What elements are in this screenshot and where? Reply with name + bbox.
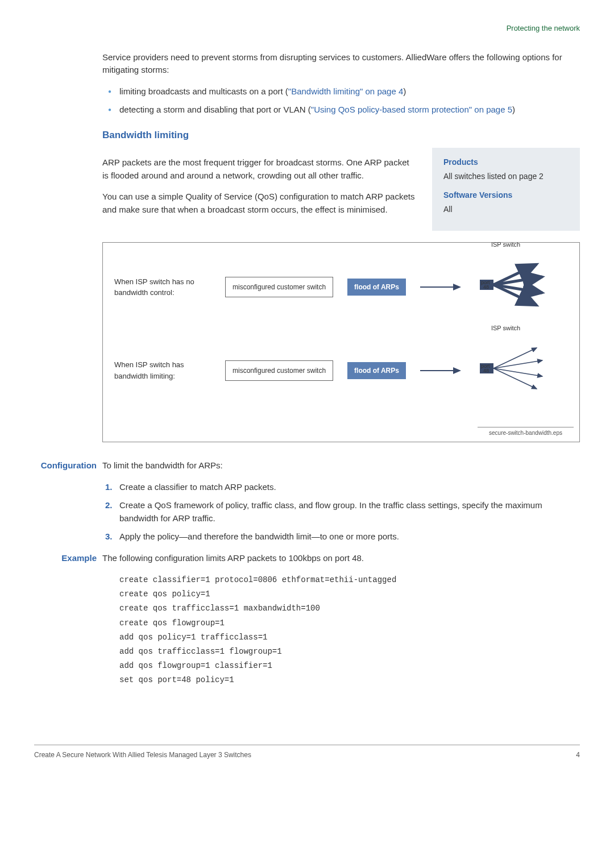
footer-title: Create A Secure Network With Allied Tele…: [34, 750, 251, 760]
config-step: Create a QoS framework of policy, traffi…: [102, 499, 580, 525]
section-para-1: ARP packets are the most frequent trigge…: [102, 156, 415, 182]
customer-switch-box: misconfigured customer switch: [225, 360, 333, 381]
isp-switch-limited-icon: port 48: [480, 343, 548, 394]
qos-storm-protection-link[interactable]: "Using QoS policy-based storm protection…: [311, 105, 512, 114]
arrow-to-isp-icon: [420, 359, 466, 382]
footer-page-number: 4: [576, 750, 580, 760]
config-step: Apply the policy—and therefore the bandw…: [102, 530, 580, 543]
section-para-2: You can use a simple Quality of Service …: [102, 190, 415, 216]
example-intro: The following configuration limits ARP p…: [102, 552, 580, 565]
svg-line-15: [493, 360, 542, 368]
bullet-text-after: ): [512, 105, 515, 114]
configuration-steps: Create a classifier to match ARP packets…: [102, 481, 580, 543]
bullet-item: limiting broadcasts and multicasts on a …: [102, 85, 580, 98]
diagram-row1-label: When ISP switch has no bandwidth control…: [114, 276, 211, 298]
svg-line-17: [493, 368, 537, 389]
diagram-row2-label: When ISP switch has bandwidth limiting:: [114, 359, 211, 381]
bandwidth-diagram: When ISP switch has no bandwidth control…: [102, 242, 580, 442]
page-section-header: Protecting the network: [34, 23, 580, 34]
configuration-intro: To limit the bandwidth for ARPs:: [102, 459, 580, 472]
isp-switch-burst-icon: port 48: [480, 260, 548, 311]
page-footer: Create A Secure Network With Allied Tele…: [34, 745, 580, 760]
config-step: Create a classifier to match ARP packets…: [102, 481, 580, 494]
infobox-versions-text: All: [443, 203, 569, 215]
svg-text:48: 48: [483, 284, 489, 290]
example-label: Example: [34, 552, 97, 565]
intro-paragraph: Service providers need to prevent storms…: [102, 51, 580, 77]
infobox-products-text: All switches listed on page 2: [443, 171, 569, 182]
bandwidth-limiting-heading: Bandwidth limiting: [102, 128, 580, 143]
example-code-block: create classifier=1 protocol=0806 ethfor…: [119, 573, 580, 688]
svg-line-16: [493, 368, 542, 376]
diagram-filename: secure-switch-bandwidth.eps: [478, 427, 574, 438]
isp-switch-label: ISP switch: [491, 240, 520, 250]
mitigation-bullets: limiting broadcasts and multicasts on a …: [102, 85, 580, 117]
infobox-versions-title: Software Versions: [443, 189, 569, 201]
svg-line-14: [493, 348, 537, 368]
bullet-item: detecting a storm and disabling that por…: [102, 103, 580, 117]
bullet-text-before: detecting a storm and disabling that por…: [119, 105, 311, 114]
bullet-text-after: ): [403, 86, 406, 96]
bullet-text-before: limiting broadcasts and multicasts on a …: [119, 86, 288, 96]
configuration-label: Configuration: [34, 459, 97, 472]
isp-switch-label: ISP switch: [491, 323, 520, 333]
flood-arps-box: flood of ARPs: [347, 279, 406, 296]
svg-text:48: 48: [483, 368, 489, 373]
flood-arps-box: flood of ARPs: [347, 362, 406, 379]
infobox-products-title: Products: [443, 156, 569, 168]
bandwidth-limiting-link[interactable]: "Bandwidth limiting" on page 4: [288, 86, 403, 96]
products-infobox: Products All switches listed on page 2 S…: [432, 148, 580, 231]
customer-switch-box: misconfigured customer switch: [225, 277, 333, 297]
arrow-to-isp-icon: [420, 276, 466, 298]
